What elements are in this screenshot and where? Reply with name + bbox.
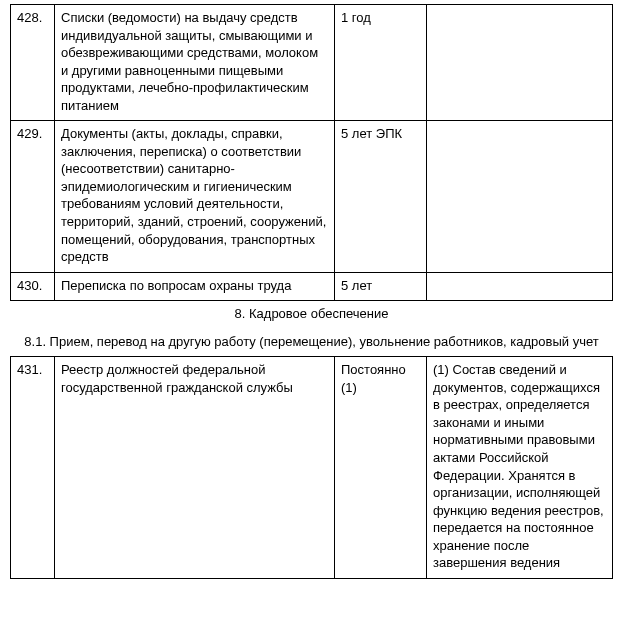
table-row: 430. Переписка по вопросам охраны труда … — [11, 272, 613, 301]
row-note — [427, 121, 613, 272]
row-description: Списки (ведомости) на выдачу средств инд… — [55, 5, 335, 121]
subsection-heading-row: 8.1. Прием, перевод на другую работу (пе… — [11, 329, 613, 357]
subsection-heading: 8.1. Прием, перевод на другую работу (пе… — [11, 329, 613, 357]
row-note: (1) Состав сведений и документов, содерж… — [427, 357, 613, 579]
table-row: 428. Списки (ведомости) на выдачу средст… — [11, 5, 613, 121]
row-term: Постоянно (1) — [335, 357, 427, 579]
row-number: 428. — [11, 5, 55, 121]
row-number: 431. — [11, 357, 55, 579]
row-term: 1 год — [335, 5, 427, 121]
row-note — [427, 272, 613, 301]
row-description: Документы (акты, доклады, справки, заклю… — [55, 121, 335, 272]
section-heading: 8. Кадровое обеспечение — [11, 301, 613, 329]
row-term: 5 лет ЭПК — [335, 121, 427, 272]
retention-table: 428. Списки (ведомости) на выдачу средст… — [10, 4, 613, 579]
row-description: Переписка по вопросам охраны труда — [55, 272, 335, 301]
row-term: 5 лет — [335, 272, 427, 301]
table-row: 429. Документы (акты, доклады, справки, … — [11, 121, 613, 272]
row-note — [427, 5, 613, 121]
table-row: 431. Реестр должностей федеральной госуд… — [11, 357, 613, 579]
section-heading-row: 8. Кадровое обеспечение — [11, 301, 613, 329]
row-number: 430. — [11, 272, 55, 301]
row-description: Реестр должностей федеральной государств… — [55, 357, 335, 579]
row-number: 429. — [11, 121, 55, 272]
